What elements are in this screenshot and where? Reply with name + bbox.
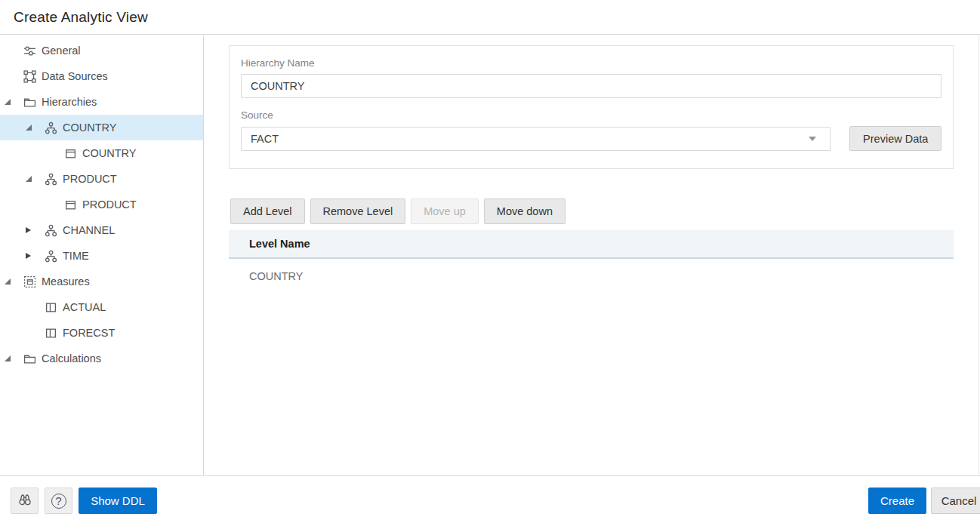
tree-item-label: ACTUAL	[63, 301, 106, 313]
tree-item-hierarchy-product[interactable]: PRODUCT	[0, 166, 203, 192]
tree-item-measure-actual[interactable]: ACTUAL	[0, 294, 203, 320]
level-toolbar: Add Level Remove Level Move up Move down	[230, 198, 566, 224]
move-up-button[interactable]: Move up	[411, 198, 479, 224]
hierarchy-icon	[44, 249, 57, 263]
hierarchy-icon	[44, 223, 57, 237]
expand-arrow[interactable]	[26, 125, 44, 131]
hierarchy-icon	[44, 172, 57, 186]
preview-data-button[interactable]: Preview Data	[849, 126, 941, 151]
page-title: Create Analytic View	[14, 9, 148, 26]
remove-level-button[interactable]: Remove Level	[310, 198, 406, 224]
tree-item-hierarchies[interactable]: Hierarchies	[0, 89, 203, 115]
tree-item-measures[interactable]: Measures	[0, 269, 203, 294]
create-button[interactable]: Create	[868, 488, 926, 514]
tree-item-hierarchy-channel[interactable]: CHANNEL	[0, 217, 203, 243]
folder-icon	[23, 95, 36, 109]
hierarchy-name-label: Hierarchy Name	[241, 57, 941, 69]
measures-icon	[23, 275, 36, 288]
hierarchy-name-input[interactable]	[241, 74, 941, 98]
source-label: Source	[241, 109, 941, 121]
navigation-tree: General Data Sources Hierarchies	[0, 35, 204, 475]
measure-column-icon	[44, 300, 57, 314]
sliders-icon	[23, 44, 36, 57]
hierarchy-detail-panel: Hierarchy Name Source FACT Preview Data …	[205, 35, 980, 475]
tree-item-data-sources[interactable]: Data Sources	[0, 63, 203, 89]
add-level-button[interactable]: Add Level	[230, 198, 305, 224]
expand-arrow[interactable]	[26, 176, 44, 182]
expand-arrow[interactable]	[5, 99, 23, 105]
table-row[interactable]: COUNTRY	[229, 259, 954, 294]
level-name-cell: COUNTRY	[249, 270, 303, 282]
folder-icon	[23, 352, 36, 365]
tree-item-level-country[interactable]: COUNTRY	[0, 140, 203, 166]
binoculars-icon	[17, 492, 32, 510]
tree-item-label: COUNTRY	[63, 122, 116, 134]
window-icon	[63, 146, 77, 160]
tree-item-label: PRODUCT	[82, 198, 137, 211]
data-sources-icon	[23, 69, 36, 83]
dialog-footer: ? Show DDL Create Cancel	[0, 475, 980, 526]
tree-item-hierarchy-time[interactable]: TIME	[0, 243, 203, 269]
chevron-down-icon	[809, 137, 816, 141]
tree-item-label: Measures	[42, 275, 90, 288]
tree-item-hierarchy-country[interactable]: COUNTRY	[0, 115, 203, 140]
level-table: Level Name COUNTRY	[229, 230, 954, 294]
window-icon	[63, 198, 77, 211]
tree-item-measure-forecst[interactable]: FORECST	[0, 320, 203, 346]
find-ddl-button[interactable]	[11, 488, 39, 514]
expand-arrow[interactable]	[26, 253, 44, 259]
hierarchy-form: Hierarchy Name Source FACT Preview Data	[229, 45, 954, 169]
tree-item-label: PRODUCT	[63, 173, 117, 185]
tree-item-general[interactable]: General	[0, 38, 203, 63]
tree-item-calculations[interactable]: Calculations	[0, 346, 203, 371]
cancel-button[interactable]: Cancel	[931, 488, 980, 514]
help-icon: ?	[51, 494, 66, 509]
tree-item-label: FORECST	[63, 327, 115, 339]
source-select[interactable]: FACT	[241, 127, 831, 151]
move-down-button[interactable]: Move down	[484, 198, 566, 224]
tree-item-label: Calculations	[42, 352, 101, 365]
tree-item-label: Data Sources	[42, 70, 108, 82]
tree-item-label: CHANNEL	[63, 224, 115, 236]
expand-arrow[interactable]	[5, 355, 23, 361]
tree-item-label: General	[42, 45, 81, 57]
expand-arrow[interactable]	[26, 227, 44, 233]
hierarchy-icon	[44, 121, 57, 134]
source-selected-value: FACT	[251, 133, 809, 145]
tree-item-label: Hierarchies	[42, 96, 97, 108]
show-ddl-button[interactable]: Show DDL	[79, 488, 157, 514]
measure-column-icon	[44, 326, 57, 340]
tree-item-label: TIME	[63, 250, 89, 262]
expand-arrow[interactable]	[5, 278, 23, 285]
help-button[interactable]: ?	[45, 488, 72, 514]
level-table-header: Level Name	[229, 230, 954, 259]
create-analytic-view-dialog: Create Analytic View General	[0, 0, 980, 526]
level-name-column-header: Level Name	[249, 238, 310, 250]
panel-edge-divider	[978, 35, 979, 475]
tree-item-label: COUNTRY	[82, 147, 136, 159]
tree-item-level-product[interactable]: PRODUCT	[0, 192, 203, 217]
dialog-header: Create Analytic View	[0, 0, 980, 35]
